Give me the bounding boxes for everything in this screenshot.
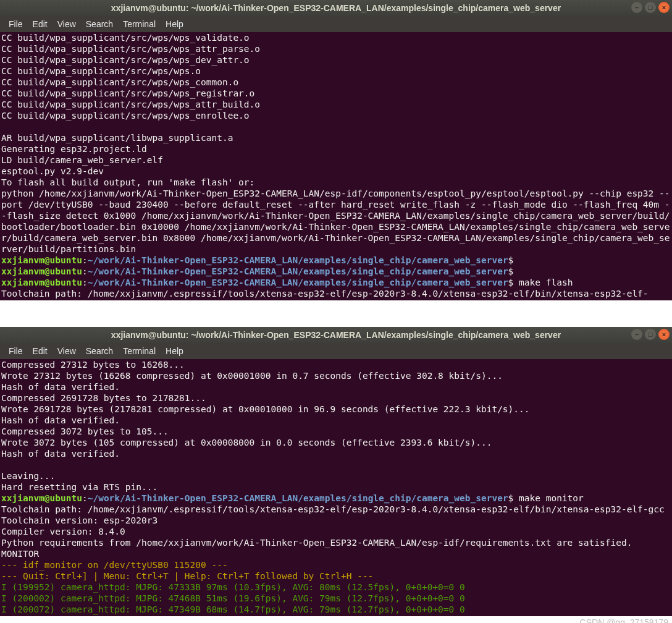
prompt-user: xxjianvm@ubuntu [1,255,82,265]
command-make-flash: make flash [513,278,573,287]
titlebar[interactable]: xxjianvm@ubuntu: ~/work/Ai-Thinker-Open_… [0,327,672,343]
menu-terminal[interactable]: Terminal [118,19,161,29]
window-controls: – □ × [631,2,670,13]
menu-help[interactable]: Help [161,19,188,29]
maximize-button[interactable]: □ [645,329,656,340]
log-line: I (200002) camera_httpd: MJPG: 47468B 51… [1,593,465,603]
maximize-button[interactable]: □ [645,2,656,13]
close-button[interactable]: × [658,329,670,340]
toolchain-line: Toolchain path: /home/xxjianvm/.espressi… [1,289,649,299]
menubar: File Edit View Search Terminal Help [0,343,672,359]
menu-help[interactable]: Help [161,346,188,356]
minimize-button[interactable]: – [631,2,642,13]
log-line: I (199952) camera_httpd: MJPG: 47333B 97… [1,582,465,592]
prompt-path: ~/work/Ai-Thinker-Open_ESP32-CAMERA_LAN/… [88,493,508,503]
menu-search[interactable]: Search [81,346,118,356]
prompt-user: xxjianvm@ubuntu [1,493,82,503]
menu-terminal[interactable]: Terminal [118,346,161,356]
esptool-command: python /home/xxjianvm/work/Ai-Thinker-Op… [1,189,670,254]
window-title: xxjianvm@ubuntu: ~/work/Ai-Thinker-Open_… [0,330,672,340]
menu-edit[interactable]: Edit [28,19,52,29]
minimize-button[interactable]: – [631,329,642,340]
menu-view[interactable]: View [52,19,81,29]
command-make-monitor: make monitor [513,493,584,503]
menu-file[interactable]: File [4,346,28,356]
menu-edit[interactable]: Edit [28,346,52,356]
window-title: xxjianvm@ubuntu: ~/work/Ai-Thinker-Open_… [0,3,672,13]
idf-monitor-help: --- Quit: Ctrl+] | Menu: Ctrl+T | Help: … [1,571,373,581]
menu-search[interactable]: Search [81,19,118,29]
close-button[interactable]: × [658,2,670,13]
watermark: CSDN @qq_27158179 [0,616,672,623]
idf-monitor-start: --- idf_monitor on /dev/ttyUSB0 115200 -… [1,560,228,570]
menu-file[interactable]: File [4,19,28,29]
menubar: File Edit View Search Terminal Help [0,16,672,32]
terminal-window-2: xxjianvm@ubuntu: ~/work/Ai-Thinker-Open_… [0,327,672,616]
prompt-path: ~/work/Ai-Thinker-Open_ESP32-CAMERA_LAN/… [88,255,508,265]
menu-view[interactable]: View [52,346,81,356]
terminal-body-2[interactable]: Compressed 27312 bytes to 16268... Wrote… [0,359,672,616]
titlebar[interactable]: xxjianvm@ubuntu: ~/work/Ai-Thinker-Open_… [0,0,672,16]
log-line: I (200072) camera_httpd: MJPG: 47349B 68… [1,604,465,614]
window-controls: – □ × [631,329,670,340]
terminal-window-1: xxjianvm@ubuntu: ~/work/Ai-Thinker-Open_… [0,0,672,300]
terminal-body-1[interactable]: CC build/wpa_supplicant/src/wps/wps_vali… [0,32,672,300]
